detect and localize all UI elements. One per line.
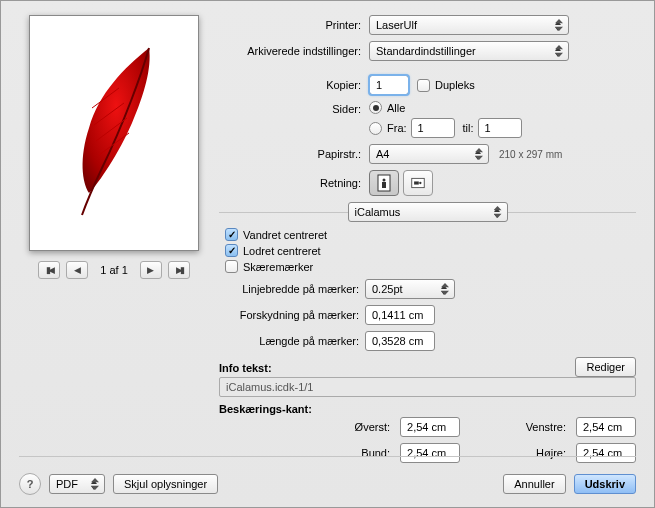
- print-preview: [29, 15, 199, 251]
- printer-popup[interactable]: LaserUlf: [369, 15, 569, 35]
- length-input[interactable]: 0,3528 cm: [365, 331, 435, 351]
- last-page-button[interactable]: ▶▮: [168, 261, 190, 279]
- pages-label: Sider:: [219, 101, 369, 115]
- pages-all-radio[interactable]: [369, 101, 382, 114]
- hide-details-button[interactable]: Skjul oplysninger: [113, 474, 218, 494]
- presets-popup[interactable]: Standardindstillinger: [369, 41, 569, 61]
- next-page-button[interactable]: ▶: [140, 261, 162, 279]
- presets-label: Arkiverede indstillinger:: [219, 45, 369, 57]
- offset-input[interactable]: 0,1411 cm: [365, 305, 435, 325]
- margin-right-input[interactable]: 2,54 cm: [576, 443, 636, 463]
- edit-info-button[interactable]: Rediger: [575, 357, 636, 377]
- paper-label: Papirstr.:: [219, 148, 369, 160]
- orientation-landscape-button[interactable]: [403, 170, 433, 196]
- paper-dim: 210 x 297 mm: [499, 149, 562, 160]
- svg-point-8: [419, 182, 421, 184]
- print-button[interactable]: Udskriv: [574, 474, 636, 494]
- print-dialog: ▮◀ ◀ 1 af 1 ▶ ▶▮ Printer: LaserUlf Arkiv…: [0, 0, 655, 508]
- margin-top-input[interactable]: 2,54 cm: [400, 417, 460, 437]
- pane-popup[interactable]: iCalamus: [348, 202, 508, 222]
- duplex-label: Dupleks: [435, 79, 475, 91]
- copies-input[interactable]: 1: [369, 75, 409, 95]
- center-h-checkbox[interactable]: [225, 228, 238, 241]
- help-button[interactable]: ?: [19, 473, 41, 495]
- margin-left-input[interactable]: 2,54 cm: [576, 417, 636, 437]
- pages-from-input[interactable]: 1: [411, 118, 455, 138]
- cropmarks-checkbox[interactable]: [225, 260, 238, 273]
- pages-range-radio[interactable]: [369, 122, 382, 135]
- svg-point-5: [383, 179, 386, 182]
- info-text-label: Info tekst:: [219, 362, 272, 374]
- svg-rect-9: [414, 181, 419, 184]
- svg-rect-6: [382, 182, 386, 188]
- copies-label: Kopier:: [219, 79, 369, 91]
- printer-label: Printer:: [219, 19, 369, 31]
- margin-bottom-input[interactable]: 2,54 cm: [400, 443, 460, 463]
- first-page-button[interactable]: ▮◀: [38, 261, 60, 279]
- pdf-popup[interactable]: PDF: [49, 474, 105, 494]
- linewidth-popup[interactable]: 0.25pt: [365, 279, 455, 299]
- page-count: 1 af 1: [100, 264, 128, 276]
- prev-page-button[interactable]: ◀: [66, 261, 88, 279]
- center-v-checkbox[interactable]: [225, 244, 238, 257]
- duplex-checkbox[interactable]: [417, 79, 430, 92]
- paper-popup[interactable]: A4: [369, 144, 489, 164]
- preview-pager: ▮◀ ◀ 1 af 1 ▶ ▶▮: [19, 261, 209, 279]
- orientation-label: Retning:: [219, 177, 369, 189]
- crop-edge-label: Beskærings-kant:: [219, 403, 636, 415]
- orientation-portrait-button[interactable]: [369, 170, 399, 196]
- pages-to-input[interactable]: 1: [478, 118, 522, 138]
- info-text-value: iCalamus.icdk-1/1: [219, 377, 636, 397]
- cancel-button[interactable]: Annuller: [503, 474, 565, 494]
